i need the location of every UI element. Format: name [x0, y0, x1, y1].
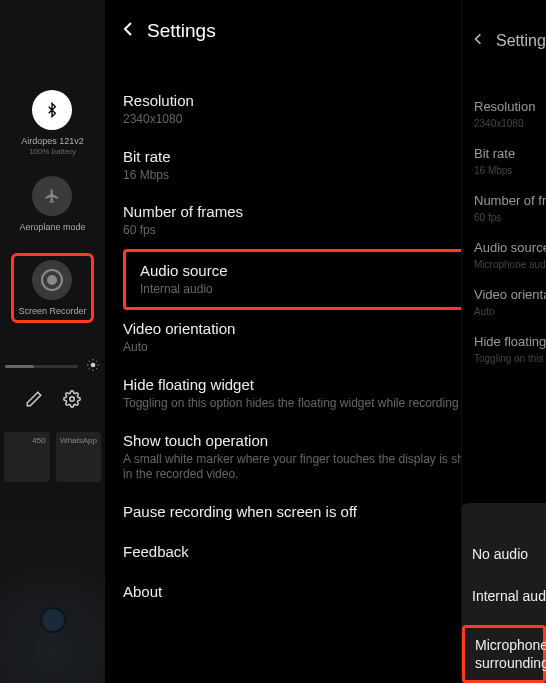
back-icon[interactable] [474, 30, 482, 51]
bluetooth-icon [32, 90, 72, 130]
screen-recorder-highlight: Screen Recorder [11, 253, 93, 324]
airplane-icon [32, 176, 72, 216]
gear-icon[interactable] [63, 390, 81, 412]
brightness-slider[interactable] [5, 358, 100, 375]
qs-label: Airdopes 121v2 [21, 136, 84, 147]
background-photo [0, 523, 105, 683]
quick-settings-panel: Airdopes 121v2 100% battery Aeroplane mo… [0, 0, 105, 683]
page-title: Settings [147, 20, 216, 42]
tool-row [25, 390, 81, 412]
qs-tile-airplane[interactable]: Aeroplane mode [19, 176, 85, 233]
record-icon [32, 260, 72, 300]
popup-option-internal[interactable]: Internal audio [472, 575, 546, 617]
qs-tile-bluetooth[interactable]: Airdopes 121v2 100% battery [21, 90, 84, 156]
recents-preview[interactable]: 450 WhatsApp [0, 432, 105, 482]
qs-label: Aeroplane mode [19, 222, 85, 233]
settings-screen-peek: Settings Resolution2340x1080 Bit rate16 … [461, 0, 546, 683]
popup-option-microphone-highlight[interactable]: Microphone surrounding [462, 625, 546, 683]
qs-sublabel: 100% battery [29, 147, 76, 156]
svg-point-0 [90, 363, 95, 368]
page-title: Settings [496, 32, 546, 50]
popup-option-no-audio[interactable]: No audio [472, 533, 546, 575]
svg-point-1 [69, 397, 74, 402]
edit-icon[interactable] [25, 390, 43, 412]
back-icon[interactable] [123, 21, 133, 42]
camera-lens-graphic [40, 607, 66, 633]
auto-brightness-icon[interactable] [86, 358, 100, 375]
qs-label: Screen Recorder [18, 306, 86, 317]
audio-source-popup: No audio Internal audio Microphone surro… [461, 503, 546, 683]
qs-tile-screen-recorder[interactable]: Screen Recorder [18, 260, 86, 317]
